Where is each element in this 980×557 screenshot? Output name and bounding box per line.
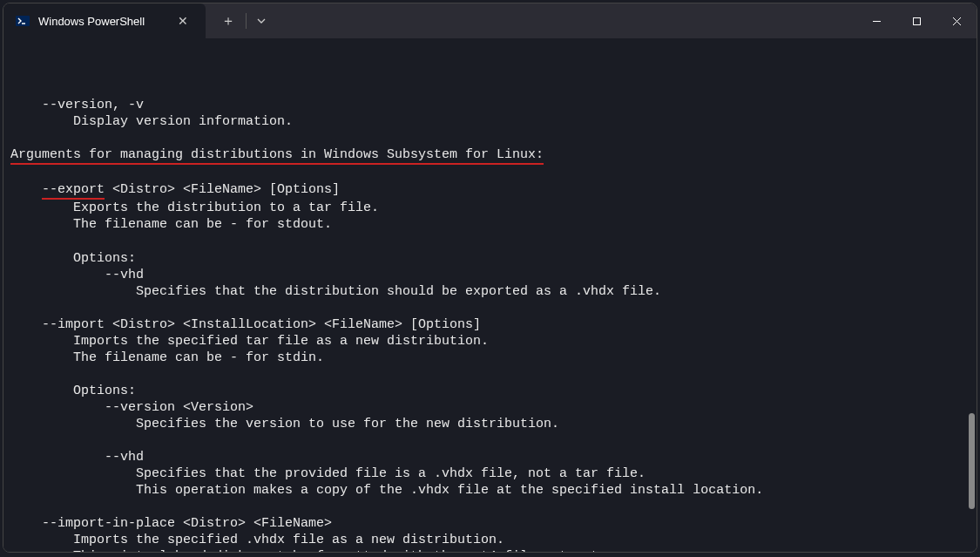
close-button[interactable] [936, 3, 977, 38]
terminal-line: Options: [10, 383, 970, 399]
terminal-line: The filename can be - for stdout. [10, 216, 970, 233]
terminal-window: Windows PowerShell ✕ ＋ -- [3, 3, 977, 553]
terminal-line [10, 80, 970, 97]
terminal-line: The filename can be - for stdin. [10, 350, 970, 366]
tab-close-button[interactable]: ✕ [172, 12, 193, 30]
divider [246, 13, 247, 29]
terminal-line [10, 234, 970, 250]
scrollbar-thumb[interactable] [969, 413, 975, 509]
terminal-line: Display version information. [10, 113, 970, 130]
svg-rect-3 [913, 17, 920, 24]
terminal-line: Specifies the version to use for the new… [10, 416, 970, 432]
flag-highlight: --export [42, 181, 105, 200]
terminal-line: Options: [10, 250, 970, 267]
terminal-line: Imports the specified tar file as a new … [10, 333, 970, 350]
terminal-line [10, 499, 970, 515]
terminal-line [10, 300, 970, 316]
terminal-line: --import <Distro> <InstallLocation> <Fil… [10, 316, 970, 333]
terminal-line [10, 366, 970, 383]
terminal-line: --vhd [10, 449, 970, 465]
terminal-line [10, 165, 970, 181]
terminal-line [10, 130, 970, 146]
terminal-line: Exports the distribution to a tar file. [10, 200, 970, 216]
tab-actions: ＋ [206, 3, 274, 38]
tab-dropdown-button[interactable] [248, 3, 274, 38]
powershell-icon [16, 14, 30, 28]
terminal-line: --version <Version> [10, 399, 970, 416]
terminal-line: This virtual hard disk must be formatted… [10, 548, 970, 552]
titlebar-left: Windows PowerShell ✕ ＋ [3, 3, 274, 38]
tab-powershell[interactable]: Windows PowerShell ✕ [3, 3, 206, 38]
terminal-line: --vhd [10, 267, 970, 283]
tab-title: Windows PowerShell [38, 15, 164, 28]
terminal-line: Imports the specified .vhdx file as a ne… [10, 532, 970, 548]
terminal-line: --export <Distro> <FileName> [Options] [10, 181, 970, 200]
svg-rect-0 [16, 16, 30, 26]
maximize-button[interactable] [896, 3, 936, 38]
section-header: Arguments for managing distributions in … [10, 146, 544, 165]
terminal-line: This operation makes a copy of the .vhdx… [10, 482, 970, 499]
window-controls [856, 3, 977, 38]
terminal-output[interactable]: --version, -v Display version informatio… [3, 38, 977, 552]
minimize-button[interactable] [856, 3, 896, 38]
terminal-line: Specifies that the distribution should b… [10, 283, 970, 300]
terminal-line [10, 432, 970, 449]
new-tab-button[interactable]: ＋ [213, 3, 244, 38]
terminal-line: Specifies that the provided file is a .v… [10, 465, 970, 482]
titlebar: Windows PowerShell ✕ ＋ [3, 3, 977, 38]
terminal-line: --version, -v [10, 97, 970, 113]
terminal-line: --import-in-place <Distro> <FileName> [10, 515, 970, 532]
terminal-line: Arguments for managing distributions in … [10, 146, 970, 165]
